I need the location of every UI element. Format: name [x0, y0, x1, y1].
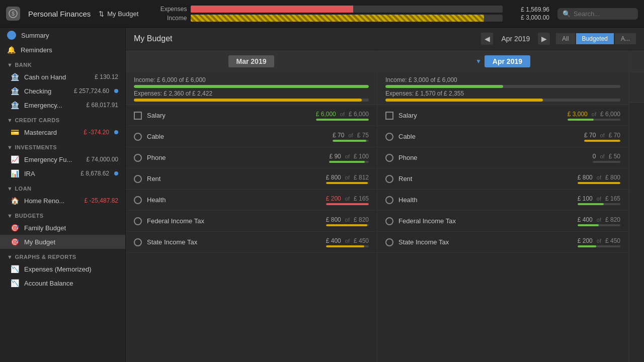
- income-label: Income: [156, 15, 187, 22]
- budgets-section-header[interactable]: ▼ BUDGETS: [0, 208, 125, 221]
- search-box[interactable]: 🔍: [557, 8, 638, 20]
- sidebar-item-emerg-fund[interactable]: 📈 Emergency Fu... £ 74,000.00: [0, 152, 125, 166]
- mar-state-tax-row[interactable]: State Income Tax £ 400 of £ 450: [126, 232, 377, 253]
- apr-rent-row[interactable]: Rent £ 800 of £ 800: [377, 168, 628, 190]
- cash-icon: 🏦: [10, 72, 19, 81]
- bank-chevron: ▼: [7, 62, 13, 68]
- income-bar: [191, 15, 484, 22]
- sidebar-item-account-balance[interactable]: 📉 Account Balance: [0, 276, 125, 290]
- nav-controls: ◀ Apr 2019 ▶: [481, 33, 550, 45]
- mar-fed-tax-row[interactable]: Federal Income Tax £ 800 of £ 820: [126, 211, 377, 232]
- apr-fed-tax-bar: [578, 224, 620, 226]
- sidebar-item-reminders[interactable]: 🔔 Reminders: [0, 43, 125, 57]
- apr-header: ▼ Apr 2019: [377, 50, 628, 72]
- cable-icon: [134, 133, 142, 141]
- view-tabs: All Budgeted A...: [556, 33, 636, 44]
- my-budget-label: My Budget: [24, 238, 118, 246]
- app-title: Personal Finances: [28, 10, 91, 18]
- budgets-chevron: ▼: [7, 213, 13, 219]
- tab-all[interactable]: All: [556, 33, 575, 44]
- sidebar-item-expenses-memorized[interactable]: 📉 Expenses (Memorized): [0, 262, 125, 276]
- mar-expenses-bar: [134, 99, 369, 102]
- apr-salary-row[interactable]: Salary £ 3,000 of £ 6,000: [377, 105, 628, 126]
- graphs-section-header[interactable]: ▼ GRAPHS & REPORTS: [0, 249, 125, 262]
- apr-cable-name: Cable: [398, 133, 584, 140]
- apr-fed-tax-name: Federal Income Tax: [398, 217, 578, 225]
- mar-expenses-summary: Expenses: £ 2,360 of £ 2,422: [134, 90, 369, 97]
- apr-label: Apr 2019: [485, 55, 530, 67]
- mar-salary-amounts: £ 6,000 of £ 6,000: [316, 111, 369, 121]
- svg-text:$: $: [12, 11, 15, 17]
- summary-icon: [7, 31, 16, 40]
- loan-label: LOAN: [15, 186, 31, 192]
- credit-label: CREDIT CARDS: [15, 117, 59, 123]
- expenses-bar-bg: [191, 6, 503, 13]
- mar-health-name: Health: [147, 196, 326, 204]
- sidebar-item-cash[interactable]: 🏦 Cash on Hand £ 130.12: [0, 70, 125, 84]
- mar-fed-tax-budget: £ 820: [354, 216, 369, 223]
- apr-salary-square-icon: [385, 112, 393, 120]
- apr-health-amounts: £ 100 of £ 165: [578, 195, 620, 205]
- apr-state-tax-name: State Income Tax: [398, 238, 578, 246]
- apr-rent-budget: £ 800: [605, 174, 620, 181]
- emergency-value: £ 68,017.91: [87, 102, 118, 109]
- loan-section-header[interactable]: ▼ LOAN: [0, 180, 125, 194]
- mar-phone-bar: [329, 161, 369, 163]
- mar-cable-row[interactable]: Cable £ 70 of £ 75: [126, 126, 377, 147]
- sidebar-item-mastercard[interactable]: 💳 Mastercard £ -374.20: [0, 125, 125, 139]
- credit-section-header[interactable]: ▼ CREDIT CARDS: [0, 112, 125, 125]
- apr-state-tax-budget: £ 450: [605, 237, 620, 244]
- apr-cable-row[interactable]: Cable £ 70 of £ 70: [377, 126, 628, 147]
- mastercard-value: £ -374.20: [84, 129, 109, 136]
- mar-salary-actual: £ 6,000: [316, 111, 336, 118]
- apr-fed-tax-icon: [385, 217, 393, 225]
- mar-cable-actual: £ 70: [333, 132, 344, 139]
- cash-value: £ 130.12: [95, 73, 118, 80]
- apr-salary-amounts: £ 3,000 of £ 6,000: [568, 111, 620, 121]
- apr-state-tax-row[interactable]: State Income Tax £ 200 of £ 450: [377, 232, 628, 253]
- apr-phone-row[interactable]: Phone 0 of £ 50: [377, 147, 628, 168]
- mar-rent-bar: [326, 182, 369, 184]
- income-chart-row: Income: [156, 15, 503, 22]
- investments-section-header[interactable]: ▼ INVESTMENTS: [0, 139, 125, 152]
- expenses-memorized-icon: 📉: [10, 264, 19, 274]
- mar-salary-row[interactable]: Salary £ 6,000 of £ 6,000: [126, 105, 377, 126]
- apr-state-tax-actual: £ 200: [578, 237, 593, 244]
- search-input[interactable]: [574, 10, 629, 18]
- prev-month-button[interactable]: ◀: [481, 33, 493, 45]
- apr-phone-icon: [385, 154, 393, 162]
- mastercard-label: Mastercard: [24, 129, 78, 136]
- mar-label: Mar 2019: [228, 55, 275, 67]
- mar-phone-amounts: £ 90 of £ 100: [329, 153, 369, 163]
- sidebar-item-my-budget[interactable]: 🎯 My Budget: [0, 235, 125, 249]
- apr-health-row[interactable]: Health £ 100 of £ 165: [377, 190, 628, 211]
- sidebar-item-family-budget[interactable]: 🎯 Family Budget: [0, 221, 125, 235]
- apr-health-budget: £ 165: [605, 195, 620, 202]
- emergency-icon: 🏦: [10, 101, 19, 110]
- sidebar-item-checking[interactable]: 🏦 Checking £ 257,724.60: [0, 84, 125, 98]
- tab-budgeted[interactable]: Budgeted: [576, 33, 614, 44]
- bell-icon: 🔔: [7, 46, 16, 54]
- apr-cable-actual: £ 70: [584, 132, 596, 139]
- mar-salary-bar: [316, 119, 369, 121]
- next-month-button[interactable]: ▶: [538, 33, 550, 45]
- sidebar-item-ira[interactable]: 📊 IRA £ 8,678.62: [0, 166, 125, 180]
- mar-health-bar: [326, 203, 369, 205]
- mar-rent-amounts: £ 800 of £ 812: [326, 174, 369, 184]
- sidebar-item-summary[interactable]: Summary: [0, 28, 125, 43]
- health-icon: [134, 196, 142, 204]
- top-bar: $ Personal Finances ⇅ My Budget Expenses…: [0, 0, 644, 28]
- sidebar-item-home-reno[interactable]: 🏠 Home Reno... £ -25,487.82: [0, 194, 125, 208]
- sidebar-item-emergency[interactable]: 🏦 Emergency... £ 68,017.91: [0, 98, 125, 112]
- mar-phone-row[interactable]: Phone £ 90 of £ 100: [126, 147, 377, 168]
- expenses-bar: [191, 6, 353, 13]
- mar-health-budget: £ 165: [354, 195, 369, 202]
- mar-rent-row[interactable]: Rent £ 800 of £ 812: [126, 168, 377, 190]
- mar-health-row[interactable]: Health £ 200 of £ 165: [126, 190, 377, 211]
- home-reno-icon: 🏠: [10, 196, 19, 205]
- tab-a[interactable]: A...: [615, 33, 636, 44]
- bank-section-header[interactable]: ▼ BANK: [0, 57, 125, 70]
- mar-col: Mar 2019 Income: £ 6,000 of £ 6,000 Expe…: [126, 50, 377, 362]
- budget-selector[interactable]: ⇅ My Budget: [99, 10, 138, 18]
- apr-fed-tax-row[interactable]: Federal Income Tax £ 400 of £ 820: [377, 211, 628, 232]
